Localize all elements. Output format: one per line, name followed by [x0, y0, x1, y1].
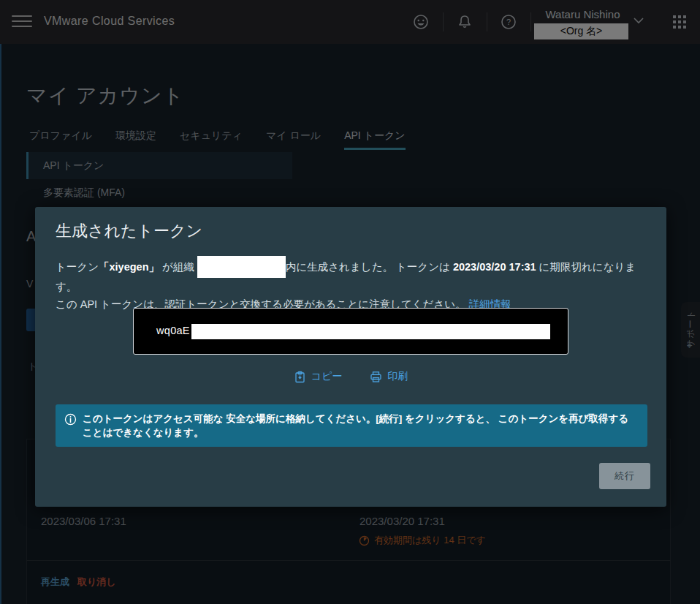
token-value: wq0aE [156, 325, 190, 336]
print-label: 印刷 [387, 370, 408, 383]
printer-icon [370, 371, 382, 383]
generated-token-dialog: 生成されたトークン トークン「xiyegen」 が組織 内に生成されました。 ト… [35, 207, 666, 507]
copy-button[interactable]: コピー [294, 370, 343, 383]
app-window: VMware Cloud Services ? Wataru Nishino <… [0, 0, 700, 604]
dialog-title: 生成されたトークン [56, 220, 202, 242]
clipboard-copy-icon [294, 371, 306, 383]
org-name-redaction-box [197, 256, 286, 278]
warning-banner-text: このトークンはアクセス可能な 安全な場所に格納してください。[続行] をクリック… [83, 412, 636, 439]
token-actions: コピー 印刷 [35, 370, 666, 383]
body-after-name: が組織 [159, 261, 197, 273]
body-lead: トークン [56, 261, 99, 273]
print-button[interactable]: 印刷 [370, 370, 408, 383]
continue-button[interactable]: 続行 [599, 463, 650, 489]
dialog-body-text: トークン「xiyegen」 が組織 内に生成されました。 トークンは 2023/… [56, 256, 646, 313]
token-name: 「xiyegen」 [99, 261, 159, 273]
copy-label: コピー [311, 370, 343, 383]
warning-banner: このトークンはアクセス可能な 安全な場所に格納してください。[続行] をクリック… [56, 404, 647, 447]
token-redaction-box [191, 324, 550, 339]
token-display-box: wq0aE [133, 308, 568, 355]
expiry-datetime: 2023/03/20 17:31 [453, 261, 536, 273]
body-after-org: 内に生成されました。 トークンは [286, 261, 453, 273]
info-icon [64, 413, 77, 426]
